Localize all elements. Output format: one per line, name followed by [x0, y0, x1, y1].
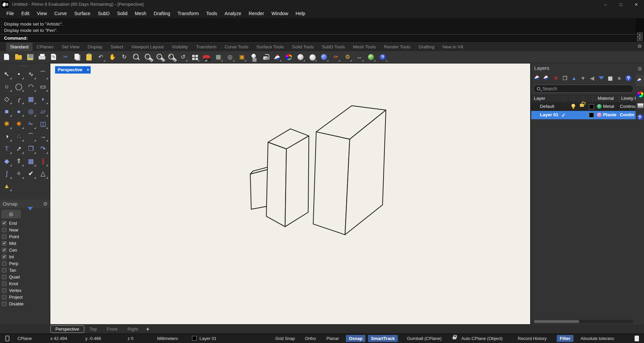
lock-icon[interactable] [261, 52, 270, 62]
vtab-front[interactable]: Front [102, 326, 122, 333]
control-point-curve-icon[interactable]: ∿ [25, 68, 37, 80]
checkbox-icon[interactable] [2, 234, 6, 239]
ortho-toggle[interactable]: Ortho [305, 336, 316, 341]
gumball-toggle[interactable]: Gumball (CPlane) [407, 336, 442, 341]
material-sphere-icon[interactable] [597, 113, 602, 117]
vtab-perspective[interactable]: Perspective [50, 325, 84, 333]
open-file-icon[interactable] [14, 52, 23, 62]
wireframe-sphere-icon[interactable] [308, 52, 317, 62]
torus-icon[interactable]: ◎ [25, 105, 37, 118]
tab-new-in-v8[interactable]: New in V8 [439, 43, 467, 51]
perspective-viewport[interactable]: Perspective ▼ [50, 63, 531, 325]
menu-subd[interactable]: SubD [94, 9, 113, 18]
tab-standard[interactable]: Standard [6, 43, 33, 51]
array-icon[interactable]: ▦ [25, 155, 37, 167]
units-selector[interactable]: Millimeters [157, 336, 178, 341]
tab-surface-tools[interactable]: Surface Tools [252, 43, 288, 51]
fillet-curve-icon[interactable]: ╭ [13, 93, 25, 105]
layer-color-swatch[interactable] [589, 113, 594, 118]
checkbox-icon[interactable] [2, 288, 6, 293]
planar-toggle[interactable]: Planar [326, 336, 339, 341]
layer-help-icon[interactable]: ? [624, 74, 633, 82]
osnap-checkbox[interactable]: Tan [2, 267, 50, 273]
status-panel-icon[interactable] [635, 336, 639, 341]
box-icon[interactable]: ■ [1, 105, 13, 118]
close-button[interactable]: ✕ [629, 0, 644, 9]
delete-layer-icon[interactable]: ✕ [551, 74, 560, 82]
column-layer[interactable]: Layer [534, 96, 545, 101]
primitives-icon[interactable]: △ [37, 167, 49, 180]
tab-select[interactable]: Select [106, 43, 127, 51]
menu-surface[interactable]: Surface [71, 9, 94, 18]
layer-name[interactable]: Layer 01 [540, 112, 558, 117]
strip-display-tab[interactable] [636, 89, 644, 100]
extend-curve-icon[interactable]: → [37, 130, 49, 142]
osnap-checkbox[interactable]: Knot [2, 280, 50, 287]
distribute-icon[interactable]: ∥ [37, 155, 49, 167]
layer-search[interactable] [533, 85, 634, 93]
command-grip[interactable] [1, 20, 3, 40]
pan-icon[interactable]: ✋ [108, 52, 117, 62]
layer-icon[interactable] [272, 52, 282, 62]
scrollbar-thumb[interactable] [534, 320, 579, 323]
layer-row-layer01[interactable]: Layer 01 ✓ Plaste Contin [531, 111, 636, 119]
layer-color-swatch[interactable] [589, 104, 594, 109]
strip-layers-tab[interactable] [636, 75, 644, 86]
new-sublayer-icon[interactable] [542, 74, 551, 82]
blast-icon[interactable]: ✸ [13, 118, 25, 130]
minimize-button[interactable]: – [598, 0, 613, 9]
vtab-add[interactable]: + [143, 326, 152, 332]
current-layer-swatch[interactable] [192, 336, 197, 341]
point-icon[interactable]: • [13, 68, 25, 80]
toolbar-gear-icon[interactable]: ⚙ [638, 43, 642, 49]
rotate-view-icon[interactable]: ↻ [120, 52, 129, 62]
layer-linetype[interactable]: Contin [620, 112, 634, 117]
osnap-gear-icon[interactable]: ⚙ [43, 200, 48, 208]
checkbox-icon[interactable] [2, 261, 6, 266]
osnap-checkbox[interactable]: Mid [2, 240, 50, 247]
command-scroll-up-icon[interactable]: ▲ [637, 33, 643, 37]
checkbox-icon[interactable] [2, 241, 6, 246]
trim-icon[interactable]: ✁ [25, 118, 37, 130]
checkbox-icon[interactable] [2, 228, 6, 232]
columns-icon[interactable]: ▦ [606, 74, 615, 82]
move-up-icon[interactable]: ▲ [569, 74, 579, 82]
rectangle-icon[interactable]: ▭ [37, 80, 49, 93]
color-wheel-icon[interactable] [284, 52, 293, 62]
viewport-title[interactable]: Perspective ▼ [55, 66, 91, 74]
material-sphere-icon[interactable] [597, 104, 602, 109]
light-icon[interactable] [249, 52, 258, 62]
earth-icon[interactable] [366, 52, 376, 62]
checkbox-icon[interactable] [2, 255, 6, 259]
checkbox-icon[interactable] [2, 275, 6, 279]
vtab-right[interactable]: Right [123, 326, 143, 333]
viewport-layout-icon[interactable] [190, 52, 199, 62]
smarttrack-toggle[interactable]: SmartTrack [368, 335, 398, 342]
osnap-toggle-icon[interactable]: ◎ [225, 52, 235, 62]
move-down-icon[interactable]: ▼ [579, 74, 588, 82]
osnap-toggle[interactable]: Osnap [346, 335, 365, 342]
current-layer-check-icon[interactable]: ✓ [561, 112, 566, 118]
status-monitor-icon[interactable] [5, 336, 9, 341]
edit-annotate-icon[interactable]: ✎ [49, 52, 58, 62]
osnap-checkbox[interactable]: Point [2, 233, 50, 240]
tab-drafting[interactable]: Drafting [415, 43, 439, 51]
command-history-panel[interactable]: Display mode set to "Artistic". Display … [0, 18, 644, 42]
paste-icon[interactable] [84, 52, 94, 62]
command-prompt[interactable]: Command: [4, 36, 28, 41]
menu-render[interactable]: Render [245, 9, 268, 18]
menu-drafting[interactable]: Drafting [150, 9, 174, 18]
tab-display[interactable]: Display [84, 43, 106, 51]
duplicate-layer-icon[interactable]: ❐ [560, 74, 569, 82]
shaded-sphere-icon[interactable] [296, 52, 305, 62]
bend-icon[interactable]: ∫ [1, 167, 13, 180]
viewport-title-dropdown-icon[interactable]: ▼ [85, 66, 91, 74]
tab-visibility[interactable]: Visibility [168, 43, 192, 51]
new-layer-icon[interactable] [533, 74, 542, 82]
osnap-checkbox[interactable]: Quad [2, 273, 50, 280]
osnap-checkbox[interactable]: Project [2, 294, 50, 300]
column-material[interactable]: Material [598, 96, 614, 101]
layer-menu-icon[interactable]: ≡ [615, 74, 624, 82]
osnap-checkbox[interactable]: Disable [2, 300, 50, 307]
new-file-icon[interactable] [2, 52, 11, 62]
